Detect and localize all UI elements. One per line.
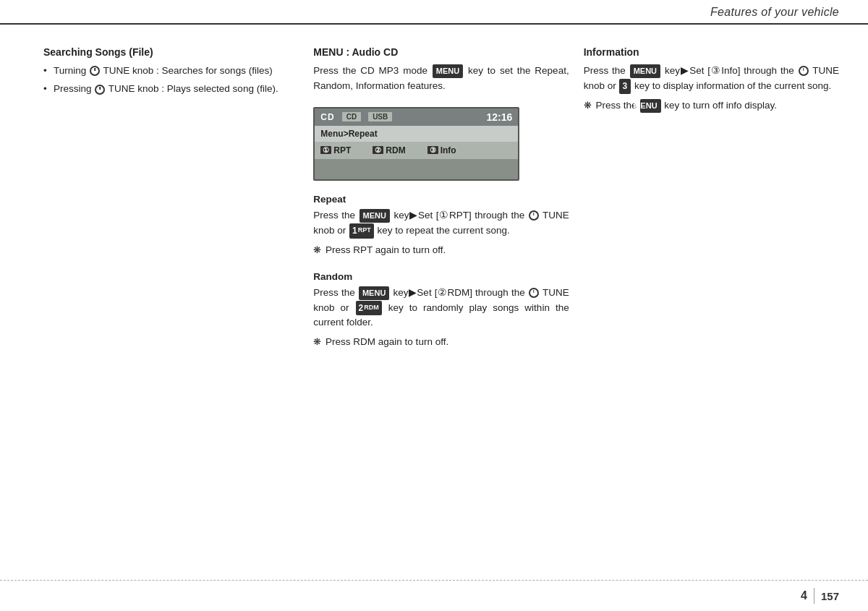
cd-btn-rdm: ② RDM <box>373 145 405 155</box>
menu-audio-cd-intro: Press the CD MP3 mode MENU key to set th… <box>313 64 569 94</box>
cd-screen-menu-text: Menu>Repeat <box>315 126 518 142</box>
cd-label: CD <box>320 112 334 122</box>
repeat-block: Repeat Press the MENU key▶Set [①RPT] thr… <box>313 194 569 258</box>
tune-knob-icon <box>95 85 105 95</box>
cd-btn-rdm-label: RDM <box>386 145 405 155</box>
cd-source-usb: USB <box>368 112 392 121</box>
random-block: Random Press the MENU key▶Set [②RDM] thr… <box>313 271 569 351</box>
menu-badge: MENU <box>359 209 390 223</box>
cd-btn-rdm-num: ② <box>373 146 383 154</box>
col-searching-songs: Searching Songs (File) Turning TUNE knob… <box>43 46 313 363</box>
cd-btn-rpt-num: ① <box>320 146 331 154</box>
badge-3: 3 <box>619 79 631 94</box>
information-title: Information <box>584 46 839 58</box>
searching-songs-list: Turning TUNE knob : Searches for songs (… <box>43 64 299 97</box>
badge-1rpt: 1RPT <box>349 223 374 239</box>
cd-screen-topbar: CD CD USB 12:16 <box>315 108 518 126</box>
cd-source-cd: CD <box>342 112 361 121</box>
menu-audio-cd-block: MENU : Audio CD Press the CD MP3 mode ME… <box>313 46 569 94</box>
menu-badge: MENU <box>630 64 660 78</box>
main-content: Searching Songs (File) Turning TUNE knob… <box>0 25 868 377</box>
menu-audio-cd-title: MENU : Audio CD <box>313 46 569 58</box>
cd-screen: CD CD USB 12:16 Menu>Repeat ① RPT ② RDM … <box>313 107 519 181</box>
repeat-title: Repeat <box>313 194 569 205</box>
page-number-value: 157 <box>821 590 839 602</box>
footer-divider <box>814 588 814 604</box>
random-title: Random <box>313 271 569 282</box>
page-header: Features of your vehicle <box>0 0 868 25</box>
tune-knob-icon <box>90 66 100 76</box>
repeat-text: Press the MENU key▶Set [①RPT] through th… <box>313 208 569 239</box>
menu-badge: MENU <box>640 99 660 113</box>
cd-screen-bottom <box>315 159 518 179</box>
random-text: Press the MENU key▶Set [②RDM] through th… <box>313 286 569 331</box>
cd-btn-rpt-label: RPT <box>333 145 351 155</box>
cd-btn-info-num: ③ <box>427 146 438 154</box>
menu-badge: MENU <box>433 64 463 78</box>
tune-knob-icon <box>529 210 539 221</box>
list-item: Pressing TUNE knob : Plays selected song… <box>43 82 299 96</box>
cd-btn-rpt: ① RPT <box>320 145 351 155</box>
information-text: Press the MENU key▶Set [③Info] through t… <box>584 64 839 94</box>
badge-2rdm: 2RDM <box>356 301 382 316</box>
cd-time: 12:16 <box>487 111 513 123</box>
chapter-number: 4 <box>801 589 807 602</box>
col-menu-audio-cd: MENU : Audio CD Press the CD MP3 mode ME… <box>313 46 583 363</box>
cd-btn-info: ③ Info <box>427 145 456 155</box>
information-note: ❋ Press the MENU key to turn off info di… <box>594 98 839 114</box>
page-footer: 4 157 <box>0 580 868 611</box>
list-item: Turning TUNE knob : Searches for songs (… <box>43 64 299 78</box>
random-note: ❋ Press RDM again to turn off. <box>323 335 569 350</box>
searching-songs-title: Searching Songs (File) <box>43 46 299 58</box>
tune-knob-icon <box>529 288 539 298</box>
tune-knob-icon <box>799 66 809 76</box>
repeat-note: ❋ Press RPT again to turn off. <box>323 243 569 258</box>
page-number: 4 157 <box>801 588 839 604</box>
page-title: Features of your vehicle <box>710 6 839 19</box>
cd-btn-info-label: Info <box>441 145 456 155</box>
col-information: Information Press the MENU key▶Set [③Inf… <box>584 46 839 363</box>
menu-badge: MENU <box>359 286 389 300</box>
cd-screen-buttons: ① RPT ② RDM ③ Info <box>315 142 518 159</box>
